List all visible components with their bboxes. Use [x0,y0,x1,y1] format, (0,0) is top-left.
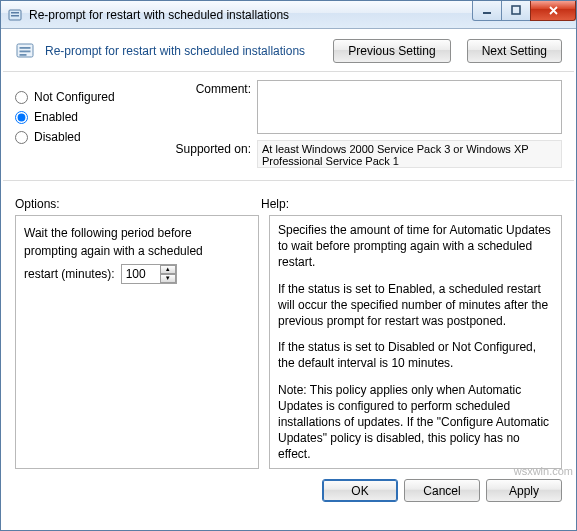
comment-input[interactable] [257,80,562,134]
stepper-down-button[interactable]: ▼ [160,274,176,283]
radio-not-configured[interactable]: Not Configured [15,90,155,104]
options-panel: Wait the following period before prompti… [15,215,259,469]
dialog-title: Re-prompt for restart with scheduled ins… [45,44,317,58]
help-paragraph: Specifies the amount of time for Automat… [278,222,553,271]
dialog-header: Re-prompt for restart with scheduled ins… [1,29,576,71]
minimize-button[interactable] [472,1,502,21]
radio-not-configured-input[interactable] [15,91,28,104]
supported-on-label: Supported on: [167,140,257,156]
restart-minutes-stepper[interactable]: ▲ ▼ [121,264,177,284]
svg-rect-6 [20,47,31,49]
apply-button[interactable]: Apply [486,479,562,502]
section-labels: Options: Help: [1,187,576,215]
comment-label: Comment: [167,80,257,96]
help-paragraph: If the status is set to Enabled, a sched… [278,281,553,330]
radio-disabled-input[interactable] [15,131,28,144]
help-paragraph: If the status is set to Disabled or Not … [278,339,553,371]
config-area: Not Configured Enabled Disabled Comment:… [1,78,576,174]
radio-enabled[interactable]: Enabled [15,110,155,124]
close-button[interactable] [530,1,576,21]
option-text-line1: Wait the following period before [24,226,250,240]
radio-enabled-label: Enabled [34,110,78,124]
next-setting-button[interactable]: Next Setting [467,39,562,63]
help-heading: Help: [261,197,289,211]
stepper-buttons: ▲ ▼ [160,265,176,283]
radio-disabled-label: Disabled [34,130,81,144]
radio-enabled-input[interactable] [15,111,28,124]
options-heading: Options: [15,197,261,211]
window-title: Re-prompt for restart with scheduled ins… [29,8,473,22]
svg-rect-2 [11,15,19,17]
previous-setting-button[interactable]: Previous Setting [333,39,450,63]
config-fields: Comment: Supported on: At least Windows … [167,80,562,174]
restart-minutes-label: restart (minutes): [24,267,115,281]
stepper-up-button[interactable]: ▲ [160,265,176,274]
divider [3,180,574,181]
svg-rect-8 [20,54,27,56]
dialog-footer: OK Cancel Apply [1,469,576,512]
help-panel: Specifies the amount of time for Automat… [269,215,562,469]
lower-panels: Wait the following period before prompti… [1,215,576,469]
policy-icon [15,41,35,61]
window-controls [473,1,576,21]
help-paragraph: Note: This policy applies only when Auto… [278,382,553,463]
svg-rect-7 [20,51,31,53]
ok-button[interactable]: OK [322,479,398,502]
radio-disabled[interactable]: Disabled [15,130,155,144]
policy-icon [7,7,23,23]
state-radios: Not Configured Enabled Disabled [15,80,155,174]
supported-on-value: At least Windows 2000 Service Pack 3 or … [257,140,562,168]
svg-rect-1 [11,12,19,14]
titlebar: Re-prompt for restart with scheduled ins… [1,1,576,29]
radio-not-configured-label: Not Configured [34,90,115,104]
divider [3,71,574,72]
svg-rect-3 [483,12,491,14]
maximize-button[interactable] [501,1,531,21]
svg-rect-4 [512,6,520,14]
cancel-button[interactable]: Cancel [404,479,480,502]
option-text-line2: prompting again with a scheduled [24,244,250,258]
